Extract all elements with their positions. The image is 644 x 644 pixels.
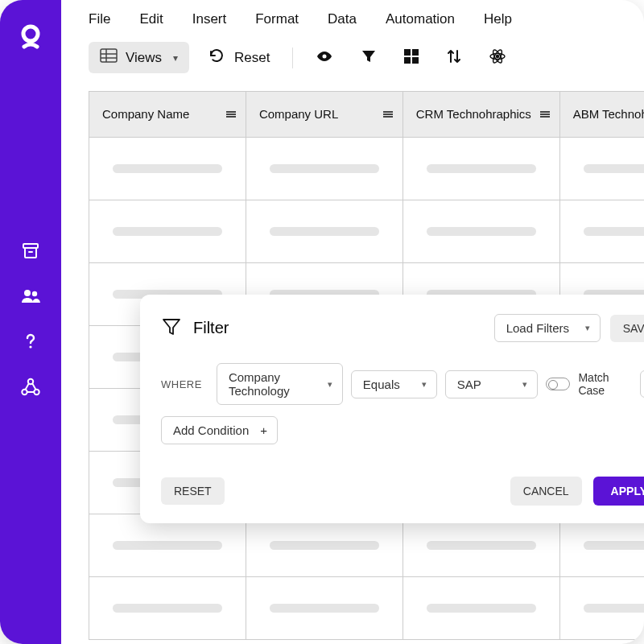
chevron-down-icon: ▾ xyxy=(585,323,590,333)
main-area: File Edit Insert Format Data Automation … xyxy=(61,0,644,644)
table-row[interactable] xyxy=(89,137,645,200)
column-menu-icon[interactable] xyxy=(540,111,550,118)
value-select[interactable]: SAP ▾ xyxy=(445,370,539,398)
svg-point-20 xyxy=(497,55,499,57)
sort-icon[interactable] xyxy=(446,48,462,68)
field-value: Company Technology xyxy=(229,370,320,398)
chevron-down-icon: ▾ xyxy=(522,379,527,390)
views-dropdown[interactable]: Views ▾ xyxy=(89,42,189,73)
save-button[interactable]: SAVE xyxy=(610,315,644,342)
chevron-down-icon: ▾ xyxy=(173,52,178,64)
app-logo xyxy=(18,24,43,56)
column-label: Company Name xyxy=(102,107,189,121)
svg-point-4 xyxy=(29,345,31,348)
chevron-down-icon: ▾ xyxy=(328,379,332,390)
eye-icon[interactable] xyxy=(316,47,333,68)
load-filters-label: Load Filters xyxy=(506,321,569,335)
separator xyxy=(292,47,293,68)
svg-point-0 xyxy=(23,27,38,41)
svg-point-7 xyxy=(34,390,39,394)
menubar: File Edit Insert Format Data Automation … xyxy=(61,0,644,39)
users-icon[interactable] xyxy=(21,287,40,309)
reset-label: Reset xyxy=(234,50,270,66)
filter-icon xyxy=(161,316,182,341)
svg-rect-16 xyxy=(412,57,419,64)
column-label: Company URL xyxy=(259,107,338,121)
filter-title: Filter xyxy=(193,319,229,337)
tool-icons xyxy=(316,47,506,68)
chevron-down-icon: ▾ xyxy=(422,379,427,390)
table-row[interactable] xyxy=(89,200,645,262)
cancel-button[interactable]: CANCEL xyxy=(510,477,582,506)
table-icon xyxy=(100,48,118,67)
svg-rect-14 xyxy=(412,49,419,56)
menu-edit[interactable]: Edit xyxy=(139,11,163,27)
column-header[interactable]: Company Name xyxy=(89,92,246,137)
table-row[interactable] xyxy=(89,576,645,639)
filter-panel: Filter Load Filters ▾ SAVE WHERE Company… xyxy=(140,295,644,523)
match-case-label: Match Case xyxy=(578,371,632,397)
toolbar: Views ▾ Reset xyxy=(61,39,644,91)
svg-rect-15 xyxy=(404,57,411,64)
filter-icon[interactable] xyxy=(361,48,377,68)
column-header[interactable]: ABM Technohraphics xyxy=(559,92,644,137)
operator-value: Equals xyxy=(363,378,400,391)
reset-button[interactable]: Reset xyxy=(208,47,270,68)
plus-icon: + xyxy=(260,423,267,437)
column-label: ABM Technohraphics xyxy=(573,107,644,121)
svg-point-3 xyxy=(32,291,37,296)
menu-help[interactable]: Help xyxy=(484,11,512,27)
operator-select[interactable]: Equals ▾ xyxy=(351,370,437,398)
webhook-icon[interactable] xyxy=(20,377,41,401)
grid-icon[interactable] xyxy=(404,49,419,67)
load-filters-dropdown[interactable]: Load Filters ▾ xyxy=(494,314,601,342)
archive-icon[interactable] xyxy=(21,242,40,264)
column-header[interactable]: Company URL xyxy=(246,92,402,137)
help-icon[interactable] xyxy=(21,332,40,354)
field-select[interactable]: Company Technology ▾ xyxy=(217,363,343,405)
column-menu-icon[interactable] xyxy=(226,111,236,118)
svg-rect-1 xyxy=(23,244,38,248)
match-case-toggle[interactable] xyxy=(546,378,570,390)
menu-automation[interactable]: Automation xyxy=(386,11,455,27)
column-header[interactable]: CRM Technohraphics xyxy=(402,92,559,137)
svg-rect-8 xyxy=(101,49,117,62)
column-label: CRM Technohraphics xyxy=(416,107,531,121)
apply-button[interactable]: APPLY xyxy=(593,477,644,506)
menu-file[interactable]: File xyxy=(89,11,110,27)
value-value: SAP xyxy=(457,378,481,391)
where-label: WHERE xyxy=(161,378,202,390)
menu-data[interactable]: Data xyxy=(328,11,357,27)
app-frame: File Edit Insert Format Data Automation … xyxy=(0,0,644,644)
svg-point-6 xyxy=(22,390,27,394)
menu-insert[interactable]: Insert xyxy=(192,11,227,27)
svg-point-12 xyxy=(323,54,327,58)
svg-point-2 xyxy=(24,290,31,296)
filter-reset-button[interactable]: RESET xyxy=(161,477,225,505)
sidebar xyxy=(0,0,61,644)
menu-format[interactable]: Format xyxy=(255,11,299,27)
refresh-icon xyxy=(208,47,225,68)
svg-rect-13 xyxy=(404,49,411,56)
delete-condition-button[interactable] xyxy=(640,370,644,398)
atom-icon[interactable] xyxy=(489,48,506,68)
add-condition-button[interactable]: Add Condition + xyxy=(161,416,278,444)
column-menu-icon[interactable] xyxy=(383,111,393,118)
views-label: Views xyxy=(126,50,162,66)
add-condition-label: Add Condition xyxy=(173,423,249,437)
